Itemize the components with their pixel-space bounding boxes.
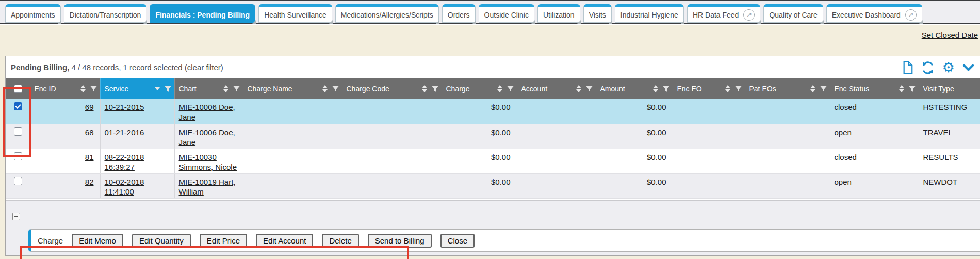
tab-health-surveillance[interactable]: Health Surveillance (258, 4, 332, 23)
edit-price-button[interactable]: Edit Price (200, 234, 247, 248)
column-header-visit-type[interactable]: Visit Type (919, 78, 980, 99)
sort-icon[interactable] (422, 85, 427, 92)
row-checkbox[interactable] (14, 177, 22, 185)
tab-medications-allergies-scripts[interactable]: Medications/Allergies/Scripts (335, 4, 439, 23)
panel-title: Pending Billing, 4 / 48 records, 1 recor… (11, 63, 223, 72)
column-header-service[interactable]: Service (100, 78, 174, 99)
filter-icon[interactable] (332, 86, 339, 92)
cell-chart: MIE-10030 Simmons, Nicole (174, 149, 243, 173)
filter-icon[interactable] (735, 86, 742, 92)
tab-quality-of-care[interactable]: Quality of Care (763, 4, 823, 23)
sort-icon[interactable] (223, 85, 228, 92)
column-header-charge-code[interactable]: Charge Code (342, 78, 442, 99)
column-label: Service (105, 85, 129, 93)
tab-appointments[interactable]: Appointments (5, 4, 61, 23)
service-link[interactable]: 10-02-2018 11:41:00 (105, 177, 144, 196)
enc-id-link[interactable]: 69 (85, 103, 94, 111)
refresh-icon[interactable] (921, 61, 935, 74)
enc-id-link[interactable]: 82 (85, 177, 94, 186)
chart-link[interactable]: MIE-10006 Doe, Jane (179, 103, 235, 121)
column-header-enc-status[interactable]: Enc Status (830, 78, 919, 99)
service-link[interactable]: 01-21-2016 (105, 128, 144, 137)
external-link-icon: ↗ (743, 9, 755, 21)
collapse-chevron-icon[interactable] (962, 64, 974, 72)
tab-label: Utilization (543, 11, 575, 19)
tab-label: Orders (448, 11, 470, 19)
settings-gear-icon[interactable]: ⚙ (942, 61, 955, 74)
column-header-amount[interactable]: Amount (596, 78, 673, 99)
filter-icon[interactable] (507, 86, 514, 92)
table-row[interactable]: 8210-02-2018 11:41:00MIE-10019 Hart, Wil… (6, 173, 980, 198)
column-header-pat-eos[interactable]: Pat EOs (745, 78, 830, 99)
cell-pat-eos (745, 124, 830, 149)
column-header-account[interactable]: Account (517, 78, 596, 99)
table-row[interactable]: 6910-21-2015MIE-10006 Doe, Jane$0.00$0.0… (6, 99, 980, 124)
charge-group-label: Charge (38, 236, 63, 245)
tab-label: Financials : Pending Billing (155, 11, 250, 19)
enc-id-link[interactable]: 81 (85, 153, 94, 161)
tab-label: Industrial Hygiene (620, 11, 678, 19)
sort-icon[interactable] (810, 85, 815, 92)
sort-icon[interactable] (497, 85, 502, 92)
sort-descending-icon[interactable] (155, 87, 160, 90)
table-row[interactable]: 6801-21-2016MIE-10006 Doe, Jane$0.00$0.0… (6, 124, 980, 149)
edit-account-button[interactable]: Edit Account (256, 234, 313, 248)
sort-icon[interactable] (80, 85, 86, 92)
service-link[interactable]: 10-21-2015 (105, 103, 144, 111)
cell-enc-id: 81 (30, 149, 100, 173)
filter-icon[interactable] (663, 86, 669, 92)
sort-icon[interactable] (899, 85, 904, 92)
service-link[interactable]: 08-22-2018 16:39:27 (105, 153, 144, 171)
tab-orders[interactable]: Orders (442, 4, 476, 23)
close-button[interactable]: Close (440, 234, 475, 248)
filter-icon[interactable] (90, 86, 97, 92)
cell-service: 01-21-2016 (100, 124, 174, 149)
filter-icon[interactable] (165, 86, 171, 92)
tab-dictation-transcription[interactable]: Dictation/Transcription (64, 4, 147, 23)
chart-link[interactable]: MIE-10030 Simmons, Nicole (179, 153, 237, 171)
sort-icon[interactable] (576, 85, 581, 92)
edit-quantity-button[interactable]: Edit Quantity (132, 234, 191, 248)
column-header-charge-name[interactable]: Charge Name (243, 78, 342, 99)
tab-visits[interactable]: Visits (583, 4, 612, 23)
send-to-billing-button[interactable]: Send to Billing (368, 234, 432, 248)
tab-utilization[interactable]: Utilization (537, 4, 580, 23)
filter-icon[interactable] (233, 86, 240, 92)
tab-executive-dashboard[interactable]: Executive Dashboard↗ (826, 4, 922, 23)
chart-link[interactable]: MIE-10006 Doe, Jane (179, 128, 235, 147)
column-header-enc-eo[interactable]: Enc EO (673, 78, 745, 99)
select-all-checkbox[interactable] (14, 85, 22, 93)
filter-icon[interactable] (909, 86, 916, 92)
pending-billing-panel: Pending Billing, 4 / 48 records, 1 recor… (5, 56, 980, 256)
sort-icon[interactable] (653, 85, 658, 92)
tab-outside-clinic[interactable]: Outside Clinic (479, 4, 534, 23)
sort-icon[interactable] (322, 85, 328, 92)
column-header-enc-id[interactable]: Enc ID (30, 78, 100, 99)
cell-pat-eos (745, 99, 830, 124)
sort-icon[interactable] (725, 85, 730, 92)
cell-account (517, 149, 596, 173)
new-document-icon[interactable] (902, 61, 913, 74)
clear-filter-link[interactable]: clear filter (187, 63, 221, 72)
enc-id-link[interactable]: 68 (85, 128, 94, 137)
tab-financials-pending-billing[interactable]: Financials : Pending Billing (150, 4, 255, 23)
delete-button[interactable]: Delete (322, 234, 358, 248)
cell-amount: $0.00 (596, 99, 673, 124)
filter-icon[interactable] (586, 86, 593, 92)
row-checkbox[interactable] (14, 102, 22, 110)
row-checkbox[interactable] (14, 127, 22, 136)
chart-link[interactable]: MIE-10019 Hart, William (179, 177, 236, 196)
column-header-charge[interactable]: Charge (442, 78, 517, 99)
collapse-minus-icon[interactable] (12, 213, 20, 220)
edit-memo-button[interactable]: Edit Memo (72, 234, 123, 248)
set-closed-date-link[interactable]: Set Closed Date (922, 30, 978, 39)
filter-icon[interactable] (820, 86, 827, 92)
row-checkbox[interactable] (14, 152, 22, 160)
filter-icon[interactable] (432, 86, 438, 92)
column-header-chart[interactable]: Chart (174, 78, 243, 99)
tab-industrial-hygiene[interactable]: Industrial Hygiene (615, 4, 684, 23)
tab-hr-data-feed[interactable]: HR Data Feed↗ (687, 4, 760, 23)
table-row[interactable]: 8108-22-2018 16:39:27MIE-10030 Simmons, … (6, 149, 980, 173)
cell-charge-name (243, 149, 342, 173)
cell-amount: $0.00 (596, 149, 673, 173)
